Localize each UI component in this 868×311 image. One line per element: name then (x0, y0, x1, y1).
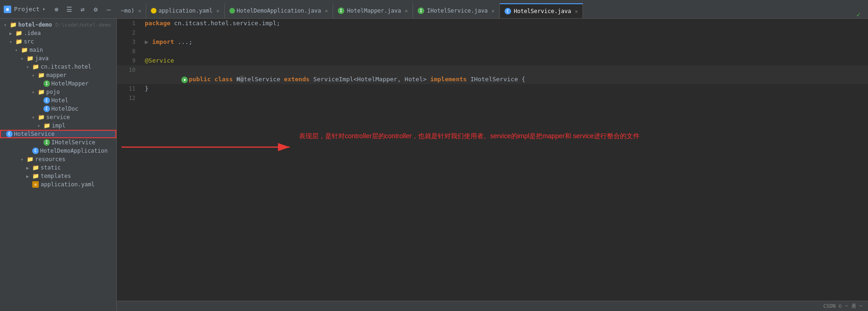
hoteldemoapplication-badge: C (32, 148, 39, 154)
hoteldoc-badge: C (43, 106, 50, 112)
code-content-9: @Service (141, 56, 868, 65)
main-label: main (29, 47, 43, 53)
tab-ihotelservice-close[interactable]: ✕ (491, 8, 495, 14)
tree-service-folder[interactable]: ▾ 📁 service (0, 113, 116, 121)
project-dropdown-arrow[interactable]: ▾ (43, 7, 45, 12)
line-num-1: 1 (117, 19, 141, 28)
src-folder-icon: 📁 (15, 38, 22, 45)
tree-hoteldemoapplication[interactable]: C HotelDemoApplication (0, 147, 116, 155)
app-yaml-badge: ⚙ (32, 181, 39, 188)
hoteldoc-label: HotelDoc (51, 106, 78, 112)
layout-icon[interactable]: ☰ (65, 5, 74, 14)
code-line-2: 2 (117, 28, 868, 37)
tab-hotelmapper[interactable]: I HotelMapper.java ✕ (333, 3, 413, 18)
tree-resources[interactable]: ▾ 📁 resources (0, 155, 116, 163)
tab-yaml-close[interactable]: ✕ (216, 8, 220, 14)
tab-yaml[interactable]: application.yaml ✕ (146, 3, 224, 18)
minimize-icon[interactable]: — (104, 5, 114, 14)
hotelservice-label: HotelService (14, 131, 55, 137)
tab-hotelmapper-label: HotelMapper.java (347, 7, 401, 14)
resources-folder-icon: 📁 (27, 156, 34, 163)
checkmark-icon: ✓ (857, 11, 864, 18)
line-num-10: 10 (117, 65, 141, 84)
main-folder-icon: 📁 (21, 47, 28, 53)
src-label: src (24, 38, 34, 45)
tree-hotel[interactable]: C Hotel (0, 96, 116, 105)
tree-main[interactable]: ▾ 📁 main (0, 46, 116, 54)
src-arrow: ▾ (9, 39, 14, 44)
code-line-8: 8 (117, 47, 868, 56)
editor-area: 1 package cn.itcast.hotel.service.impl; … (117, 19, 868, 311)
green-circle: ● (181, 77, 188, 83)
templates-arrow: ▶ (26, 174, 31, 179)
tree-hotelmapper[interactable]: I HotelMapper (0, 79, 116, 88)
tree-root[interactable]: ▾ 📁 hotel-demo D:\code\hotel-demo (0, 21, 116, 29)
idea-folder-icon: 📁 (15, 30, 22, 36)
line-num-9: 9 (117, 56, 141, 65)
title-icons: ⊕ ☰ ⇄ ⚙ — (52, 5, 114, 14)
tab-hotelapp-label: HotelDemoApplication.java (237, 7, 321, 14)
tree-pojo-folder[interactable]: ▾ 📁 pojo (0, 88, 116, 96)
tree-idea[interactable]: ▶ 📁 .idea (0, 29, 116, 37)
bottom-bar-text: CSDN © ~ 勇 ~ (823, 303, 862, 310)
hoteldemoapplication-label: HotelDemoApplication (40, 148, 108, 154)
sidebar: ▾ 📁 hotel-demo D:\code\hotel-demo ▶ 📁 .i… (0, 19, 117, 311)
service-arrow: ▾ (32, 115, 36, 120)
code-line-12: 12 (117, 93, 868, 103)
hotel-badge: C (43, 97, 50, 104)
resources-arrow: ▾ (21, 157, 25, 162)
annotation-text: 表现层，是针对controller层的controller，也就是针对我们使用者… (299, 131, 640, 141)
java-label: java (35, 55, 49, 62)
app-yaml-label: application.yaml (41, 181, 95, 188)
tree-application-yaml[interactable]: ⚙ application.yaml (0, 180, 116, 189)
tab-hotelmapper-close[interactable]: ✕ (405, 8, 408, 14)
mapper-folder-icon: 📁 (38, 72, 45, 78)
tab-hotelservice-close[interactable]: ✕ (575, 8, 578, 14)
mapper-folder-arrow: ▾ (32, 73, 36, 78)
tree-impl-folder[interactable]: ▾ 📁 impl (0, 121, 116, 130)
settings-icon[interactable]: ⚙ (91, 5, 100, 14)
code-line-1: 1 package cn.itcast.hotel.service.impl; (117, 19, 868, 28)
static-folder-icon: 📁 (32, 164, 39, 171)
bottom-bar: CSDN © ~ 勇 ~ (117, 301, 868, 311)
idea-label: .idea (24, 30, 41, 36)
code-content-12 (141, 93, 868, 103)
tab-hotelservice[interactable]: C HotelService.java ✕ (500, 3, 583, 18)
tab-demo[interactable]: ~mo) ✕ (116, 3, 147, 18)
swap-icon[interactable]: ⇄ (78, 5, 87, 14)
tree-src[interactable]: ▾ 📁 src (0, 37, 116, 46)
tree-ihotelservice[interactable]: I IHotelService (0, 138, 116, 147)
cn-arrow: ▾ (26, 64, 31, 70)
code-editor[interactable]: 1 package cn.itcast.hotel.service.impl; … (117, 19, 868, 301)
tree-mapper-folder[interactable]: ▾ 📁 mapper (0, 71, 116, 79)
code-content-10: ●public class HotelService extends Servi… (141, 65, 868, 84)
add-icon[interactable]: ⊕ (52, 5, 61, 14)
templates-label: templates (41, 173, 71, 179)
service-folder-icon: 📁 (38, 114, 45, 120)
tree-templates[interactable]: ▶ 📁 templates (0, 172, 116, 180)
tree-java[interactable]: ▾ 📁 java (0, 54, 116, 63)
tab-hotelmapper-icon: I (338, 7, 344, 14)
impl-folder-icon: 📁 (43, 122, 50, 129)
project-icon: ▣ (4, 6, 11, 13)
root-label: hotel-demo D:\code\hotel-demo (18, 21, 111, 28)
tab-demo-close[interactable]: ✕ (138, 8, 142, 14)
tab-ihotelservice-label: IHotelService.java (427, 7, 488, 14)
tab-hotelapp-close[interactable]: ✕ (325, 8, 328, 14)
expand-arrow: ▾ (4, 22, 8, 28)
main-arrow: ▾ (15, 48, 20, 53)
code-line-11: 11 } (117, 84, 868, 93)
tab-ihotelservice[interactable]: I IHotelService.java ✕ (413, 3, 500, 18)
tab-hotelapp-icon (229, 8, 235, 14)
tree-hoteldoc[interactable]: C HotelDoc (0, 105, 116, 113)
tab-hotelapp[interactable]: HotelDemoApplication.java ✕ (225, 3, 333, 18)
idea-arrow: ▶ (9, 31, 14, 36)
project-panel-header: ▣ Project ▾ ⊕ ☰ ⇄ ⚙ — (4, 5, 114, 14)
tree-hotelservice[interactable]: C HotelService (0, 130, 116, 138)
service-label: service (46, 114, 70, 120)
line-num-11: 11 (117, 84, 141, 93)
tree-cn-itcast[interactable]: ▾ 📁 cn.itcast.hotel (0, 63, 116, 71)
tree-static[interactable]: ▶ 📁 static (0, 163, 116, 172)
code-line-10: 10 ●public class HotelService extends Se… (117, 65, 868, 84)
tab-demo-label: ~mo) (121, 7, 135, 14)
